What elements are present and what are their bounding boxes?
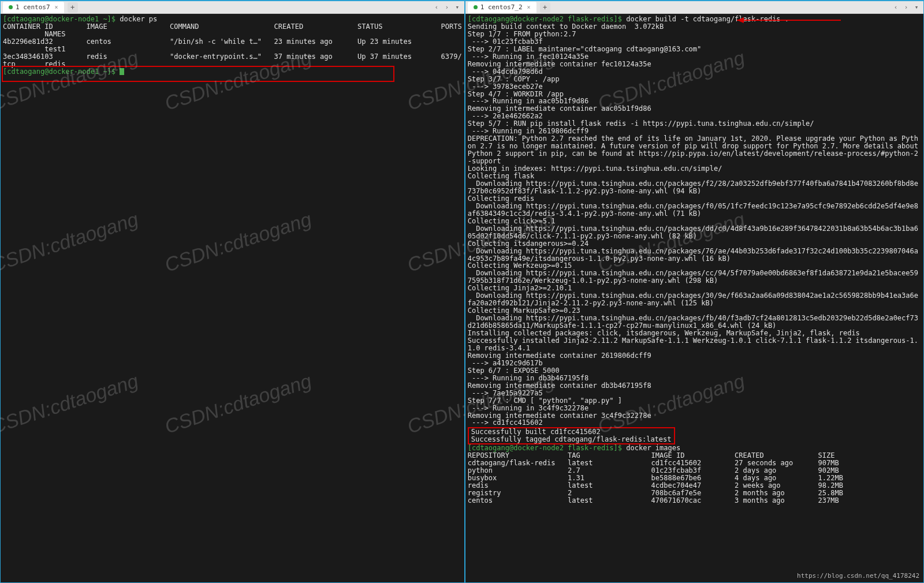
tab-right-controls: ‹ › ▾ xyxy=(891,3,921,12)
tab-label: 1 centos7_2 xyxy=(480,3,523,11)
right-tab-bar: 1 centos7_2 × + ‹ › ▾ xyxy=(465,1,923,14)
close-icon[interactable]: × xyxy=(527,4,531,10)
chevron-right-icon[interactable]: › xyxy=(442,3,452,12)
new-tab-button[interactable]: + xyxy=(68,2,78,13)
left-terminal[interactable]: [cdtaogang@docker-node1 ~]$ docker ps CO… xyxy=(1,14,464,582)
connection-dot-icon xyxy=(9,5,13,9)
menu-icon[interactable]: ▾ xyxy=(912,3,921,12)
left-tab-bar: 1 centos7 × + ‹ › ▾ xyxy=(1,1,464,14)
chevron-left-icon[interactable]: ‹ xyxy=(891,3,900,12)
tab-centos7[interactable]: 1 centos7 × xyxy=(3,2,64,13)
tab-centos7-2[interactable]: 1 centos7_2 × xyxy=(468,2,536,13)
menu-icon[interactable]: ▾ xyxy=(453,3,462,12)
connection-dot-icon xyxy=(474,5,478,9)
chevron-left-icon[interactable]: ‹ xyxy=(432,3,441,12)
footer-url: https://blog.csdn.net/qq_4178242 xyxy=(797,572,919,580)
new-tab-button[interactable]: + xyxy=(540,2,550,13)
left-pane: 1 centos7 × + ‹ › ▾ [cdtaogang@docker-no… xyxy=(0,0,465,583)
chevron-right-icon[interactable]: › xyxy=(901,3,911,12)
tab-right-controls: ‹ › ▾ xyxy=(432,3,462,12)
tab-label: 1 centos7 xyxy=(16,3,50,11)
close-icon[interactable]: × xyxy=(55,4,58,10)
right-terminal[interactable]: [cdtaogang@docker-node2 flask-redis]$ do… xyxy=(465,14,923,582)
right-pane: 1 centos7_2 × + ‹ › ▾ [cdtaogang@docker-… xyxy=(465,0,924,583)
